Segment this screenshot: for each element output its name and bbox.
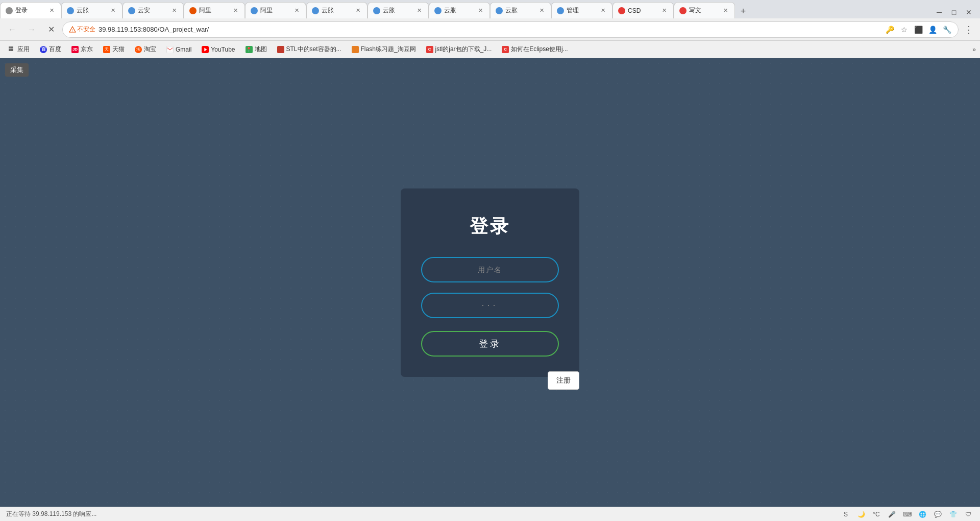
bookmark-baidu-label: 百度 [49,45,61,54]
close-button[interactable]: ✕ [963,6,975,18]
bookmark-jstl[interactable]: C jstl的jar包的下载_J... [422,43,496,56]
tab-6[interactable]: 云胀 ✕ [306,2,368,18]
key-icon[interactable]: 🔑 [885,25,895,35]
minimize-button[interactable]: ─ [933,6,945,18]
status-icon-2: 🌙 [855,509,867,520]
tab-icon-8 [434,7,442,14]
reload-button[interactable]: ✕ [43,21,59,38]
bookmark-tmall-label: 天猫 [112,45,125,54]
tab-close-11[interactable]: ✕ [660,7,668,15]
address-right-icons: 🔑 ☆ ⬛ 👤 🔧 [885,25,952,35]
bookmark-taobao[interactable]: 淘 淘宝 [131,43,160,56]
register-button[interactable]: 注册 [548,371,579,390]
collect-button[interactable]: 采集 [5,63,29,77]
tab-close-3[interactable]: ✕ [170,7,178,15]
login-button[interactable]: 登录 [421,331,559,357]
tab-login[interactable]: 登录 ✕ [0,2,61,18]
tab-9[interactable]: 云胀 ✕ [490,2,551,18]
bookmark-map-label: 地图 [255,45,267,54]
page-area: 采集 登录 登录 注册 [0,58,980,507]
tab-icon-4 [189,7,197,14]
svg-text:!: ! [72,29,73,32]
status-right-icons: S 🌙 °C 🎤 ⌨ 🌐 💬 👕 🛡 [840,509,974,520]
tab-close-login[interactable]: ✕ [47,7,56,15]
bookmarks-more-button[interactable]: » [972,46,976,53]
tab-close-4[interactable]: ✕ [231,7,239,15]
svg-rect-3 [9,49,11,51]
extension-icon[interactable]: 🔧 [942,25,952,35]
tab-close-10[interactable]: ✕ [599,7,607,15]
bookmark-youtube[interactable]: YouTube [198,43,239,56]
bookmark-tmall[interactable]: 天 天猫 [99,43,129,56]
bookmark-youtube-label: YouTube [211,46,235,53]
tab-10[interactable]: 管理 ✕ [551,2,612,18]
tab-close-7[interactable]: ✕ [415,7,423,15]
tab-4[interactable]: 阿里 ✕ [184,2,245,18]
bookmark-taobao-label: 淘宝 [144,45,156,54]
svg-rect-4 [11,49,13,51]
tab-icon-login [6,7,13,14]
tab-title-8: 云胀 [444,6,476,15]
svg-marker-5 [205,48,207,51]
tab-close-9[interactable]: ✕ [537,7,546,15]
status-bar: 正在等待 39.98.119.153 的响应... S 🌙 °C 🎤 ⌨ 🌐 💬… [0,507,980,521]
tab-8[interactable]: 云胀 ✕ [429,2,490,18]
tab-11[interactable]: CSD ✕ [612,2,674,18]
bookmark-apps-label: 应用 [17,45,30,54]
tab-close-12[interactable]: ✕ [721,7,729,15]
tab-title-6: 云胀 [322,6,354,15]
cast-icon[interactable]: ⬛ [913,25,923,35]
status-icon-8: 👕 [947,509,959,520]
address-input-wrap[interactable]: ! 不安全 39.98.119.153:8080/OA_project_war/… [62,21,959,38]
bookmarks-bar: 应用 百 百度 JD 京东 天 天猫 淘 淘宝 Gmail YouT [0,41,980,58]
tab-7[interactable]: 云胀 ✕ [368,2,429,18]
tab-close-2[interactable]: ✕ [109,7,117,15]
back-button[interactable]: ← [4,21,20,38]
star-icon[interactable]: ☆ [899,25,909,35]
bookmark-apps[interactable]: 应用 [4,43,34,56]
forward-button[interactable]: → [23,21,40,38]
security-warning: ! 不安全 [69,25,95,34]
address-bar: ← → ✕ ! 不安全 39.98.119.153:8080/OA_projec… [0,18,980,41]
tab-title-login: 登录 [15,6,47,15]
tab-close-5[interactable]: ✕ [292,7,301,15]
tab-title-7: 云胀 [383,6,415,15]
tab-12[interactable]: 写文 ✕ [674,2,735,18]
tab-icon-5 [251,7,258,14]
password-input[interactable] [421,293,559,318]
username-input[interactable] [421,257,559,282]
svg-rect-1 [9,46,11,49]
tab-5[interactable]: 阿里 ✕ [245,2,306,18]
svg-rect-2 [11,46,13,49]
bookmark-map[interactable]: 📍 地图 [241,43,271,56]
bookmark-flash[interactable]: Flash练习题_淘豆网 [348,43,420,56]
tab-title-9: 云胀 [505,6,537,15]
bookmark-stl[interactable]: STL中的set容器的... [273,43,346,56]
tab-2[interactable]: 云胀 ✕ [61,2,122,18]
tab-3[interactable]: 云安 ✕ [122,2,184,18]
tab-icon-6 [312,7,319,14]
tab-icon-11 [618,7,625,14]
bookmark-jd-label: 京东 [81,45,93,54]
window-controls: ─ □ ✕ [933,6,980,18]
bookmark-jd[interactable]: JD 京东 [67,43,97,56]
bookmark-gmail[interactable]: Gmail [162,43,195,56]
status-icon-7: 💬 [932,509,943,520]
tab-close-8[interactable]: ✕ [476,7,484,15]
bookmark-eclipse[interactable]: C 如何在Eclipse使用j... [498,43,572,56]
tab-icon-2 [67,7,74,14]
tab-icon-3 [128,7,135,14]
bookmark-stl-label: STL中的set容器的... [286,45,341,54]
tab-title-11: CSD [628,7,660,14]
menu-icon[interactable]: ⋮ [962,25,976,35]
tab-title-10: 管理 [567,6,599,15]
profile-icon[interactable]: 👤 [927,25,938,35]
tab-title-2: 云胀 [77,6,109,15]
status-icon-3: °C [871,509,882,520]
new-tab-button[interactable]: + [735,4,751,18]
maximize-button[interactable]: □ [948,6,960,18]
tab-title-4: 阿里 [199,6,231,15]
tab-close-6[interactable]: ✕ [354,7,362,15]
bookmark-baidu[interactable]: 百 百度 [36,43,65,56]
status-icon-1: S [840,509,851,520]
